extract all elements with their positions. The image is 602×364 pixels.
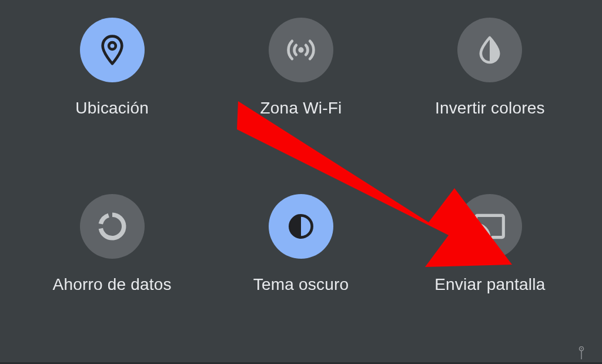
cast-icon (457, 194, 522, 259)
tile-cast-screen-label: Enviar pantalla (434, 275, 545, 294)
tile-data-saver[interactable]: Ahorro de datos (24, 194, 200, 335)
tile-hotspot-label: Zona Wi-Fi (260, 99, 342, 118)
dark-theme-icon (269, 194, 333, 259)
tile-cast-screen[interactable]: Enviar pantalla (402, 194, 578, 335)
location-icon (80, 18, 145, 82)
tile-location-label: Ubicación (75, 99, 149, 118)
quick-settings-grid: Ubicación Zona Wi-Fi Invertir colores (0, 0, 602, 364)
tile-invert-colors[interactable]: Invertir colores (402, 18, 578, 159)
tile-dark-theme-label: Tema oscuro (253, 275, 349, 294)
info-icon (577, 346, 586, 359)
tile-dark-theme[interactable]: Tema oscuro (212, 194, 389, 335)
tile-invert-colors-label: Invertir colores (435, 99, 545, 118)
svg-point-6 (581, 348, 582, 349)
svg-point-0 (109, 42, 116, 49)
hotspot-icon (269, 18, 333, 82)
tile-data-saver-label: Ahorro de datos (53, 275, 172, 294)
tile-location[interactable]: Ubicación (24, 18, 200, 159)
svg-point-1 (298, 47, 303, 52)
svg-point-3 (476, 234, 479, 238)
invert-colors-icon (457, 18, 522, 82)
data-saver-icon (80, 194, 145, 259)
tile-hotspot[interactable]: Zona Wi-Fi (212, 18, 389, 159)
